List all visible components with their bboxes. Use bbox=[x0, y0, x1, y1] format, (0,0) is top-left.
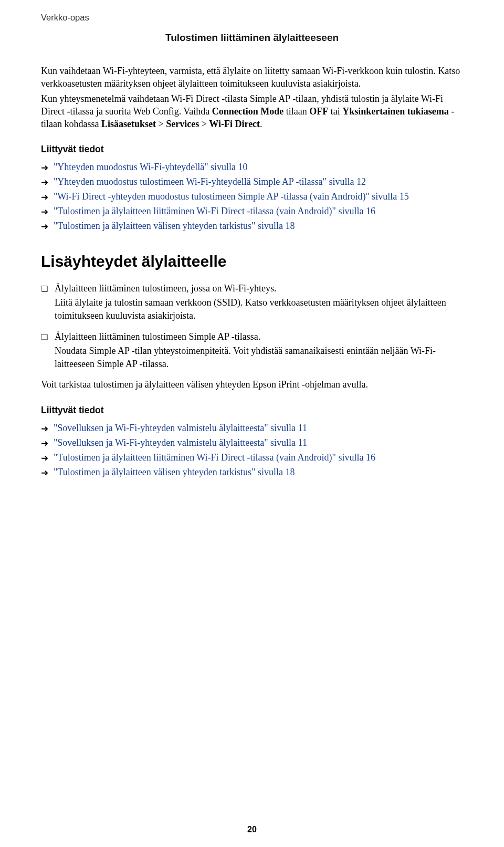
page-number: 20 bbox=[0, 825, 504, 834]
option-item: ❏ Älylaitteen liittäminen tulostimeen, j… bbox=[41, 282, 463, 323]
arrow-right-icon: ➜ bbox=[41, 437, 48, 451]
guide-label: Verkko-opas bbox=[41, 13, 463, 23]
arrow-right-icon: ➜ bbox=[41, 422, 48, 436]
text-run: > bbox=[199, 119, 209, 129]
text-bold: Connection Mode bbox=[212, 106, 284, 117]
text-run: . bbox=[260, 119, 262, 129]
option-item: ❏ Älylaitteen liittäminen tulostimeen Si… bbox=[41, 330, 463, 371]
related-links-list-1: ➜"Yhteyden muodostus Wi-Fi-yhteydellä" s… bbox=[41, 160, 463, 233]
text-bold: OFF bbox=[309, 106, 328, 117]
arrow-right-icon: ➜ bbox=[41, 161, 48, 175]
option-subtext: Noudata Simple AP -tilan yhteystoimenpit… bbox=[55, 344, 463, 371]
option-subtext: Liitä älylaite ja tulostin samaan verkko… bbox=[55, 296, 463, 322]
related-info-heading: Liittyvät tiedot bbox=[41, 405, 463, 416]
arrow-right-icon: ➜ bbox=[41, 176, 48, 190]
document-page: Verkko-opas Tulostimen liittäminen älyla… bbox=[0, 0, 504, 847]
text-bold: Lisäasetukset bbox=[101, 119, 156, 129]
related-info-heading: Liittyvät tiedot bbox=[41, 144, 463, 155]
option-lead: Älylaitteen liittäminen tulostimeen, jos… bbox=[55, 283, 276, 294]
intro-paragraph-1: Kun vaihdetaan Wi-Fi-yhteyteen, varmista… bbox=[41, 65, 463, 90]
checkbox-bullet-icon: ❏ bbox=[41, 284, 48, 295]
closing-sentence: Voit tarkistaa tulostimen ja älylaitteen… bbox=[41, 378, 463, 391]
arrow-right-icon: ➜ bbox=[41, 452, 48, 465]
related-link-item: ➜"Sovelluksen ja Wi-Fi-yhteyden valmiste… bbox=[41, 421, 463, 436]
related-link-item: ➜"Tulostimen ja älylaitteen liittäminen … bbox=[41, 204, 463, 219]
cross-reference-link[interactable]: "Tulostimen ja älylaitteen liittäminen W… bbox=[54, 452, 375, 463]
cross-reference-link[interactable]: "Tulostimen ja älylaitteen välisen yhtey… bbox=[54, 221, 295, 231]
related-link-item: ➜"Tulostimen ja älylaitteen välisen yhte… bbox=[41, 465, 463, 480]
heading-additional-connections: Lisäyhteydet älylaitteelle bbox=[41, 253, 463, 270]
related-link-item: ➜"Yhteyden muodostus tulostimeen Wi-Fi-y… bbox=[41, 175, 463, 190]
cross-reference-link[interactable]: "Yhteyden muodostus Wi-Fi-yhteydellä" si… bbox=[54, 162, 248, 172]
arrow-right-icon: ➜ bbox=[41, 205, 48, 219]
text-bold: Wi-Fi Direct bbox=[209, 119, 260, 129]
related-link-item: ➜"Tulostimen ja älylaitteen liittäminen … bbox=[41, 451, 463, 465]
related-link-item: ➜"Sovelluksen ja Wi-Fi-yhteyden valmiste… bbox=[41, 436, 463, 451]
text-run: > bbox=[156, 119, 166, 129]
arrow-right-icon: ➜ bbox=[41, 191, 48, 204]
text-bold: Services bbox=[166, 119, 199, 129]
related-link-item: ➜"Wi-Fi Direct -yhteyden muodostus tulos… bbox=[41, 190, 463, 204]
cross-reference-link[interactable]: "Sovelluksen ja Wi-Fi-yhteyden valmistel… bbox=[54, 437, 307, 448]
section-title: Tulostimen liittäminen älylaitteeseen bbox=[41, 32, 463, 44]
checkbox-bullet-icon: ❏ bbox=[41, 332, 48, 343]
cross-reference-link[interactable]: "Sovelluksen ja Wi-Fi-yhteyden valmistel… bbox=[54, 423, 307, 433]
text-bold: Yksinkertainen tukiasema bbox=[342, 106, 449, 117]
cross-reference-link[interactable]: "Tulostimen ja älylaitteen liittäminen W… bbox=[54, 206, 375, 216]
cross-reference-link[interactable]: "Tulostimen ja älylaitteen välisen yhtey… bbox=[54, 467, 295, 477]
related-link-item: ➜"Tulostimen ja älylaitteen välisen yhte… bbox=[41, 219, 463, 234]
arrow-right-icon: ➜ bbox=[41, 466, 48, 480]
arrow-right-icon: ➜ bbox=[41, 220, 48, 234]
text-run: tilaan bbox=[284, 106, 309, 117]
option-list: ❏ Älylaitteen liittäminen tulostimeen, j… bbox=[41, 282, 463, 371]
intro-paragraph-2: Kun yhteysmenetelmä vaihdetaan Wi-Fi Dir… bbox=[41, 92, 463, 131]
related-links-list-2: ➜"Sovelluksen ja Wi-Fi-yhteyden valmiste… bbox=[41, 421, 463, 480]
cross-reference-link[interactable]: "Wi-Fi Direct -yhteyden muodostus tulost… bbox=[54, 191, 409, 202]
option-lead: Älylaitteen liittäminen tulostimeen Simp… bbox=[55, 331, 260, 342]
text-run: tai bbox=[328, 106, 342, 117]
intro-block: Kun vaihdetaan Wi-Fi-yhteyteen, varmista… bbox=[41, 65, 463, 130]
cross-reference-link[interactable]: "Yhteyden muodostus tulostimeen Wi-Fi-yh… bbox=[54, 176, 366, 187]
related-link-item: ➜"Yhteyden muodostus Wi-Fi-yhteydellä" s… bbox=[41, 160, 463, 175]
